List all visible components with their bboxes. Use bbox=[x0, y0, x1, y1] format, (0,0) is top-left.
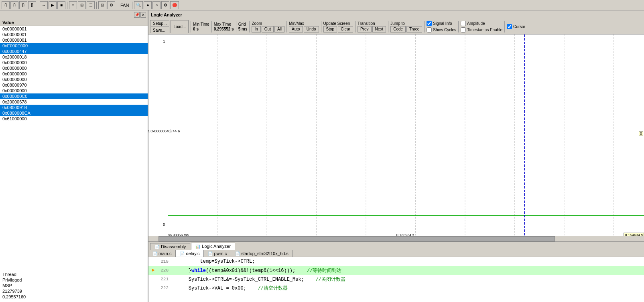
la-sep-10 bbox=[458, 21, 459, 32]
value-item[interactable]: 0x00000000 bbox=[0, 77, 148, 82]
code-file-tab[interactable]: 📄main.c bbox=[148, 250, 176, 257]
pin-button[interactable]: 📌 bbox=[134, 12, 140, 18]
tab-disassembly[interactable]: 📄 Disassembly bbox=[150, 243, 190, 250]
la-sep-4 bbox=[249, 21, 250, 32]
trace-button[interactable]: Trace bbox=[406, 26, 422, 32]
value-item[interactable]: 0x00000001 bbox=[0, 32, 148, 37]
thread-item: 0.29557160 bbox=[2, 294, 145, 300]
zoom-out-button[interactable]: Out bbox=[262, 26, 274, 32]
comment-span: //等待时间到达 bbox=[307, 268, 341, 274]
prev-button[interactable]: Prev bbox=[358, 26, 372, 32]
thread-section: ThreadPrivilegedMSP212797390.29557160 bbox=[0, 269, 148, 302]
value-item[interactable]: 0x0800008CA bbox=[0, 110, 148, 116]
transition-group: Transition Prev Next bbox=[358, 21, 386, 32]
line-number: 219 bbox=[158, 259, 172, 264]
toolbar-btn-11[interactable]: ⊡ bbox=[98, 1, 106, 9]
save-button[interactable]: Save... bbox=[150, 27, 169, 33]
toolbar-btn-16[interactable]: ⚙ bbox=[161, 1, 169, 9]
update-screen-label: Update Screen bbox=[323, 21, 353, 26]
disassembly-icon: 📄 bbox=[154, 245, 159, 249]
file-icon: 📄 bbox=[152, 251, 157, 256]
line-number: 221 bbox=[158, 277, 172, 282]
y-label-1: 1 bbox=[163, 39, 165, 44]
la-toolbar: Setup... Save... Load... Min Time 0 s Ma… bbox=[148, 19, 644, 34]
value-item[interactable]: 0x000000C0 bbox=[0, 93, 148, 99]
toolbar-btn-1[interactable]: {} bbox=[2, 1, 10, 9]
signal-info-checkbox[interactable] bbox=[427, 21, 432, 26]
thread-item: Privileged bbox=[2, 277, 145, 283]
right-panel: Logic Analyzer Setup... Save... Load... … bbox=[148, 10, 644, 302]
load-button[interactable]: Load... bbox=[171, 20, 189, 33]
toolbar-btn-8[interactable]: ≡ bbox=[69, 1, 77, 9]
timestamps-row: Timestamps Enable bbox=[461, 27, 502, 32]
code-normal-span: SysTick->VAL = 0x00; bbox=[177, 286, 258, 291]
value-item[interactable]: 0x00000001 bbox=[0, 37, 148, 43]
grid-group: Grid 5 ms bbox=[238, 22, 248, 31]
toolbar-btn-5[interactable]: → bbox=[40, 1, 48, 9]
show-cycles-checkbox[interactable] bbox=[427, 27, 432, 32]
amplitude-checkbox[interactable] bbox=[461, 21, 466, 26]
setup-button[interactable]: Setup... bbox=[150, 20, 169, 26]
toolbar-btn-17[interactable]: 🔴 bbox=[170, 1, 179, 9]
thread-item: Thread bbox=[2, 272, 145, 277]
toolbar-btn-2[interactable]: {} bbox=[10, 1, 18, 9]
clear-button[interactable]: Clear bbox=[338, 26, 353, 32]
zoom-group: Zoom In Out All bbox=[252, 21, 284, 32]
transition-label: Transition bbox=[358, 21, 386, 26]
waveform-area[interactable]: 1 0 (PORTA & 0x00000040) >> 6 bbox=[148, 34, 644, 236]
code-normal-span: temp=SysTick->CTRL; bbox=[177, 259, 255, 264]
la-titlebar: Logic Analyzer bbox=[148, 10, 644, 19]
code-normal-span: SysTick->CTRL&=~SysTick_CTRL_ENABLE_Msk; bbox=[177, 277, 316, 282]
main-container: 📌 ✕ Value 0x000000010x000000010x00000001… bbox=[0, 10, 644, 302]
toolbar-btn-14[interactable]: ● bbox=[144, 1, 152, 9]
code-file-tab[interactable]: 📄startup_stm32f10x_hd.s bbox=[231, 250, 293, 257]
sep-2 bbox=[67, 2, 67, 9]
toolbar-btn-3[interactable]: {} bbox=[19, 1, 27, 9]
value-item[interactable]: 0x20000678 bbox=[0, 99, 148, 105]
close-button[interactable]: ✕ bbox=[140, 12, 146, 18]
value-item[interactable]: 0x00000000 bbox=[0, 60, 148, 65]
value-item[interactable]: 0xE000E000 bbox=[0, 43, 148, 49]
code-file-tab[interactable]: 📄pwm.c bbox=[204, 250, 231, 257]
value-item[interactable]: 0x00000447 bbox=[0, 49, 148, 54]
auto-button[interactable]: Auto bbox=[289, 26, 303, 32]
cursor-row: Cursor bbox=[507, 24, 525, 29]
value-item[interactable]: 0x00000000 bbox=[0, 65, 148, 71]
code-file-tab[interactable]: 📄delay.c bbox=[176, 250, 204, 257]
toolbar-btn-12[interactable]: ⚙ bbox=[107, 1, 115, 9]
toolbar-btn-15[interactable]: ○ bbox=[152, 1, 160, 9]
value-item[interactable]: 0x08000970 bbox=[0, 82, 148, 88]
la-sep-8 bbox=[388, 21, 388, 32]
value-item[interactable]: 0x20000018 bbox=[0, 54, 148, 60]
jump-to-label: Jump to bbox=[390, 21, 422, 26]
toolbar-btn-10[interactable]: ☰ bbox=[87, 1, 95, 9]
toolbar-btn-13[interactable]: 🔍 bbox=[134, 1, 143, 9]
value-item[interactable]: 0x61000000 bbox=[0, 116, 148, 122]
waveform-scrollbar[interactable] bbox=[148, 236, 644, 241]
zoom-in-button[interactable]: In bbox=[252, 26, 260, 32]
toolbar-btn-9[interactable]: ⊞ bbox=[78, 1, 86, 9]
stop-button[interactable]: Stop bbox=[323, 26, 337, 32]
toolbar-btn-4[interactable]: {} bbox=[28, 1, 36, 9]
value-item[interactable]: 0x00000000 bbox=[0, 88, 148, 93]
tab-logic-analyzer[interactable]: 📊 Logic Analyzer bbox=[191, 243, 235, 250]
timestamps-checkbox[interactable] bbox=[461, 27, 466, 32]
max-time-group: Max Time 0.295552 s bbox=[214, 22, 234, 31]
toolbar-btn-6[interactable]: ▶ bbox=[49, 1, 57, 9]
undo-button[interactable]: Undo bbox=[304, 26, 319, 32]
code-button[interactable]: Code bbox=[390, 26, 406, 32]
toolbar-btn-7[interactable]: ■ bbox=[57, 1, 65, 9]
cursor-value-box: 0.154634 s bbox=[624, 233, 644, 236]
next-button[interactable]: Next bbox=[372, 26, 386, 32]
la-sep-5 bbox=[286, 21, 287, 32]
value-item[interactable]: 0x00000001 bbox=[0, 26, 148, 32]
show-cycles-label: Show Cycles bbox=[433, 28, 456, 32]
zoom-all-button[interactable]: All bbox=[274, 26, 284, 32]
value-item[interactable]: 0x0800091B bbox=[0, 105, 148, 110]
value-item[interactable]: 0x00000000 bbox=[0, 71, 148, 77]
cursor-checkbox[interactable] bbox=[507, 24, 512, 29]
scrollbar-thumb[interactable] bbox=[158, 236, 555, 241]
la-sep-7 bbox=[355, 21, 356, 32]
panel-controls: 📌 ✕ bbox=[134, 12, 146, 18]
line-code-text: temp=SysTick->CTRL; bbox=[172, 259, 255, 264]
